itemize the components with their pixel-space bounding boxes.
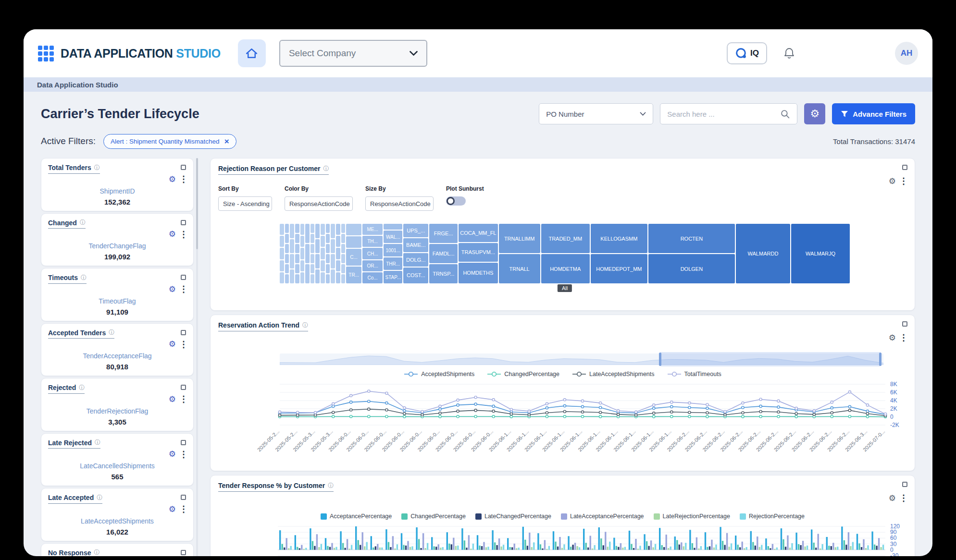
treemap-cell-small[interactable] [310, 274, 315, 283]
treemap-cell-small[interactable] [321, 248, 325, 259]
legend-item[interactable]: LateAcceptedShipments [572, 371, 655, 377]
treemap-cell-small[interactable] [305, 264, 310, 283]
filter-chip[interactable]: Alert : Shipment Quantity Mismatched × [103, 134, 236, 149]
gear-icon[interactable]: ⚙ [889, 334, 896, 342]
expand-icon[interactable] [902, 321, 907, 327]
kebab-menu-icon[interactable]: ⋮ [899, 333, 908, 342]
treemap-cell[interactable]: Co... [362, 272, 383, 283]
home-button[interactable] [238, 39, 266, 67]
treemap-cell-small[interactable] [280, 236, 284, 247]
treemap-cell-small[interactable] [310, 254, 315, 263]
treemap-cell-small[interactable] [295, 234, 299, 243]
kebab-menu-icon[interactable]: ⋮ [179, 175, 188, 183]
legend-item[interactable]: LateRejectionPercentage [654, 513, 730, 520]
gear-icon[interactable]: ⚙ [169, 450, 176, 458]
treemap-cell-small[interactable] [336, 236, 340, 247]
expand-icon[interactable] [181, 165, 186, 170]
treemap-cell-small[interactable] [321, 260, 325, 271]
brush-handle-right[interactable] [879, 353, 882, 366]
treemap-cell[interactable]: TRASUPVM... [459, 243, 497, 261]
treemap-cell-small[interactable] [315, 239, 320, 254]
treemap-cell[interactable]: CH... [362, 248, 383, 259]
treemap-cell[interactable]: COST... [403, 268, 428, 283]
treemap-cell-small[interactable] [285, 264, 289, 273]
treemap-cell-small[interactable] [310, 264, 315, 273]
expand-icon[interactable] [902, 482, 907, 487]
treemap-cell-small[interactable] [326, 234, 330, 243]
treemap-cell-small[interactable] [315, 269, 320, 284]
legend-item[interactable]: LateAcceptancePercentage [561, 513, 644, 520]
expand-icon[interactable] [181, 440, 186, 445]
expand-icon[interactable] [181, 330, 186, 335]
treemap-cell-small[interactable] [295, 254, 299, 263]
treemap-cell-small[interactable] [285, 224, 289, 233]
gear-icon[interactable]: ⚙ [169, 175, 176, 183]
treemap-cell-small[interactable] [315, 224, 320, 238]
kebab-menu-icon[interactable]: ⋮ [899, 177, 908, 185]
scrollbar[interactable] [196, 158, 198, 249]
treemap-cell[interactable]: FAMDL... [429, 244, 458, 263]
treemap-cell-small[interactable] [341, 224, 346, 233]
treemap-cell-small[interactable] [321, 224, 325, 235]
legend-item[interactable]: RejectionPercentage [740, 513, 805, 520]
kebab-menu-icon[interactable]: ⋮ [179, 450, 188, 459]
treemap-cell-small[interactable] [280, 248, 284, 259]
info-icon[interactable]: ⓘ [328, 482, 334, 490]
kebab-menu-icon[interactable]: ⋮ [179, 285, 188, 293]
expand-icon[interactable] [181, 275, 186, 280]
treemap-cell-small[interactable] [341, 274, 346, 283]
treemap-cell-small[interactable] [300, 224, 305, 235]
treemap-cell-small[interactable] [285, 274, 289, 283]
info-icon[interactable]: ⓘ [94, 164, 100, 172]
treemap-cell-small[interactable] [315, 254, 320, 268]
treemap-cell[interactable]: THR... [384, 257, 402, 270]
gear-icon[interactable]: ⚙ [169, 285, 176, 293]
kebab-menu-icon[interactable]: ⋮ [179, 340, 188, 349]
treemap-cell-small[interactable] [280, 260, 284, 271]
treemap-cell-small[interactable] [290, 224, 294, 238]
treemap-cell[interactable]: TRNALL [499, 254, 540, 283]
kebab-menu-icon[interactable]: ⋮ [179, 505, 188, 513]
info-icon[interactable]: ⓘ [97, 494, 102, 502]
treemap-cell-small[interactable] [290, 254, 294, 268]
info-icon[interactable]: ⓘ [79, 384, 85, 392]
legend-item[interactable]: AcceptedShipments [404, 371, 474, 377]
iq-badge[interactable]: IQ [727, 42, 767, 64]
expand-icon[interactable] [181, 495, 186, 500]
legend-item[interactable]: TotalTimeouts [667, 371, 721, 377]
treemap-cell-small[interactable] [326, 224, 330, 233]
treemap-cell-small[interactable] [300, 272, 305, 283]
treemap-cell[interactable]: HOMDETHS [459, 263, 497, 284]
treemap-cell-small[interactable] [336, 272, 340, 283]
info-icon[interactable]: ⓘ [323, 165, 329, 173]
gear-icon[interactable]: ⚙ [169, 395, 176, 403]
trend-brush[interactable] [280, 353, 883, 365]
size-by-select[interactable]: ResponseActionCode [365, 196, 434, 211]
treemap-cell-small[interactable] [326, 254, 330, 263]
gear-icon[interactable]: ⚙ [889, 494, 896, 502]
brush-handle-left[interactable] [659, 353, 661, 366]
gear-icon[interactable]: ⚙ [169, 505, 176, 513]
treemap-cell-small[interactable] [290, 239, 294, 254]
treemap-cell-small[interactable] [305, 244, 310, 263]
settings-button[interactable]: ⚙ [804, 103, 825, 124]
treemap-cell-small[interactable] [295, 264, 299, 273]
company-select[interactable]: Select Company [279, 40, 427, 67]
treemap-cell-small[interactable] [341, 254, 346, 263]
info-icon[interactable]: ⓘ [80, 219, 86, 227]
treemap-cell-small[interactable] [300, 260, 305, 271]
treemap-cell[interactable]: HOMDETMA [541, 254, 590, 283]
treemap-cell-small[interactable] [280, 224, 284, 235]
treemap-cell-small[interactable] [310, 234, 315, 243]
treemap-cell[interactable]: WALMARJQ [791, 224, 850, 283]
expand-icon[interactable] [181, 550, 186, 555]
treemap-cell[interactable]: DOLG... [403, 253, 428, 267]
treemap-cell-small[interactable] [285, 254, 289, 263]
notification-bell-icon[interactable] [783, 47, 795, 60]
treemap-cell[interactable]: OR... [362, 260, 383, 271]
treemap-cell[interactable]: ME... [362, 224, 383, 235]
treemap-cell-small[interactable] [300, 248, 305, 259]
info-icon[interactable]: ⓘ [302, 321, 308, 329]
po-number-select[interactable]: PO Number [539, 103, 653, 124]
treemap-cell[interactable]: 1001... [384, 244, 402, 256]
